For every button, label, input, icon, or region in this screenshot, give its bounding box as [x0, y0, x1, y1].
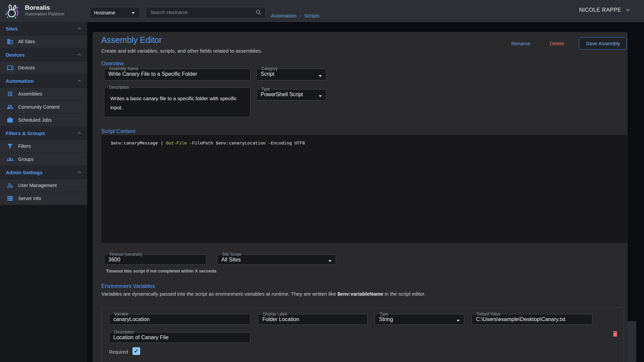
sidebar-item-groups[interactable]: Groups — [0, 153, 87, 166]
sidebar-item-server-info[interactable]: Server Info — [0, 192, 87, 205]
briefcase-icon — [7, 117, 13, 123]
environment-variables-description: Variables are dynamically passed into th… — [101, 291, 426, 297]
hostname-select[interactable]: Hostname — [90, 7, 140, 18]
rename-button[interactable]: Rename — [505, 38, 536, 49]
description-label: Description — [107, 85, 131, 90]
sidebar-section-admin-settings[interactable]: Admin Settings — [0, 166, 87, 179]
timeout-helper-text: Timeout this script if not completed wit… — [106, 268, 217, 274]
variable-type-select[interactable]: Type String — [375, 312, 464, 325]
page-title: Assembly Editor — [101, 35, 162, 45]
chevron-up-icon — [76, 78, 83, 84]
chevron-up-icon — [76, 52, 83, 58]
brand-tagline: Automation Platform — [25, 11, 64, 17]
assembly-name-label: Assembly Name — [107, 67, 140, 71]
sidebar: Sites All Sites Devices Devices Automati… — [0, 22, 87, 362]
chevron-down-icon — [319, 95, 322, 97]
breadcrumb-separator: › — [300, 13, 301, 18]
chevron-up-icon — [76, 25, 83, 32]
topbar: Borealis Automation Platform Hostname Se… — [0, 0, 644, 22]
search-icon[interactable] — [255, 9, 262, 16]
environment-variables-section-label: Environment Variables — [101, 283, 155, 289]
type-select[interactable]: Type PowerShell Script — [256, 87, 326, 101]
default-value-label: Default Value — [475, 312, 502, 316]
code-text: -FilePath $env:canaryLocation -Encoding … — [187, 140, 305, 145]
chevron-down-icon — [457, 320, 460, 322]
action-bar: Rename Delete Save Assembly — [505, 37, 627, 50]
chevron-down-icon — [131, 12, 135, 14]
assembly-editor-card: Assembly Editor Create and edit variable… — [93, 32, 628, 362]
assembly-name-value: Write Canary File to a Specific Folder — [104, 71, 250, 77]
breadcrumb-automation[interactable]: Automation — [271, 13, 297, 18]
groups-icon — [7, 156, 13, 163]
display-label-field[interactable]: Display Label Folder Location — [258, 312, 368, 325]
sidebar-item-user-management[interactable]: User Management — [0, 179, 87, 192]
breadcrumb-scripts[interactable]: Scripts — [304, 13, 320, 18]
scrollbar-thumb[interactable] — [628, 321, 636, 362]
sidebar-item-community-content[interactable]: Community Content — [0, 101, 87, 114]
default-value-field[interactable]: Default Value C:\Users\example\Desktop\C… — [472, 312, 592, 325]
required-checkbox[interactable] — [132, 347, 140, 355]
type-value: PowerShell Script — [257, 92, 326, 98]
trash-icon[interactable] — [611, 329, 619, 338]
env-desc-variable-token: $env:variableName — [337, 291, 383, 297]
delete-button[interactable]: Delete — [544, 38, 570, 49]
save-assembly-button[interactable]: Save Assembly — [579, 37, 627, 50]
timeout-label: Timeout (seconds) — [107, 252, 144, 257]
variable-name-value: canaryLocation — [109, 316, 250, 322]
filter-icon — [7, 143, 13, 149]
building-icon — [7, 38, 13, 45]
assembly-name-field[interactable]: Assembly Name Write Canary File to a Spe… — [104, 67, 251, 80]
brand: Borealis Automation Platform — [25, 4, 64, 17]
code-keyword: Out-File — [166, 140, 187, 145]
people-icon — [7, 104, 13, 110]
sidebar-item-filters[interactable]: Filters — [0, 140, 87, 153]
sidebar-item-scheduled-jobs[interactable]: Scheduled Jobs — [0, 114, 87, 127]
user-gear-icon — [7, 182, 13, 189]
script-content-section-label: Script Content — [101, 128, 135, 134]
sidebar-section-sites[interactable]: Sites — [0, 22, 87, 35]
required-label: Required — [109, 349, 128, 355]
hostname-select-value: Hostname — [94, 10, 115, 15]
search-input[interactable]: Search Hostname — [146, 7, 265, 18]
display-label-label: Display Label — [261, 312, 289, 316]
sidebar-section-automation[interactable]: Automation — [0, 74, 87, 87]
devices-icon — [7, 64, 13, 71]
variable-description-label: Description — [112, 330, 136, 335]
variable-type-label: Type — [378, 312, 390, 316]
variable-name-label: Variable — [112, 312, 130, 316]
user-name: NICOLE RAPPE — [579, 7, 621, 13]
chevron-up-icon — [76, 169, 83, 175]
sidebar-item-devices[interactable]: Devices — [0, 61, 87, 74]
timeout-value: 3600 — [104, 257, 206, 263]
script-code-editor[interactable]: $env:canaryMessage | Out-File -FilePath … — [101, 135, 627, 243]
variable-name-field[interactable]: Variable canaryLocation — [109, 312, 251, 325]
grid-icon — [7, 90, 13, 97]
page-subtitle: Create and edit variables, scripts, and … — [101, 48, 262, 54]
variable-description-field[interactable]: Description Location of Canary File — [109, 330, 251, 343]
script-code-line: $env:canaryMessage | Out-File -FilePath … — [111, 140, 305, 146]
sidebar-item-assemblies[interactable]: Assemblies — [0, 87, 87, 101]
variable-type-value: String — [375, 316, 464, 322]
category-select[interactable]: Category Script — [256, 67, 326, 80]
search-placeholder: Search Hostname — [150, 7, 188, 18]
site-scope-value: All Sites — [217, 257, 336, 263]
description-field[interactable]: Description Writes a basic canary file t… — [104, 85, 251, 117]
default-value-value: C:\Users\example\Desktop\Canary.txt — [472, 316, 592, 322]
sidebar-section-filters-groups[interactable]: Filters & Groups — [0, 127, 87, 140]
sidebar-item-all-sites[interactable]: All Sites — [0, 35, 87, 48]
server-icon — [7, 195, 13, 202]
site-scope-label: Site Scope — [220, 252, 243, 257]
sidebar-section-devices[interactable]: Devices — [0, 48, 87, 61]
site-scope-select[interactable]: Site Scope All Sites — [217, 252, 336, 265]
env-desc-text: in the script editor. — [383, 291, 426, 297]
overview-section-label: Overview — [101, 61, 124, 67]
chevron-up-icon — [76, 130, 83, 136]
type-label: Type — [260, 87, 272, 92]
category-value: Script — [257, 71, 326, 77]
variable-description-value: Location of Canary File — [109, 335, 250, 341]
user-menu[interactable]: NICOLE RAPPE — [579, 7, 631, 13]
timeout-field[interactable]: Timeout (seconds) 3600 — [104, 252, 207, 265]
brand-name: Borealis — [25, 4, 64, 11]
chevron-down-icon — [625, 7, 631, 13]
breadcrumb: Automation›Scripts — [271, 13, 320, 18]
